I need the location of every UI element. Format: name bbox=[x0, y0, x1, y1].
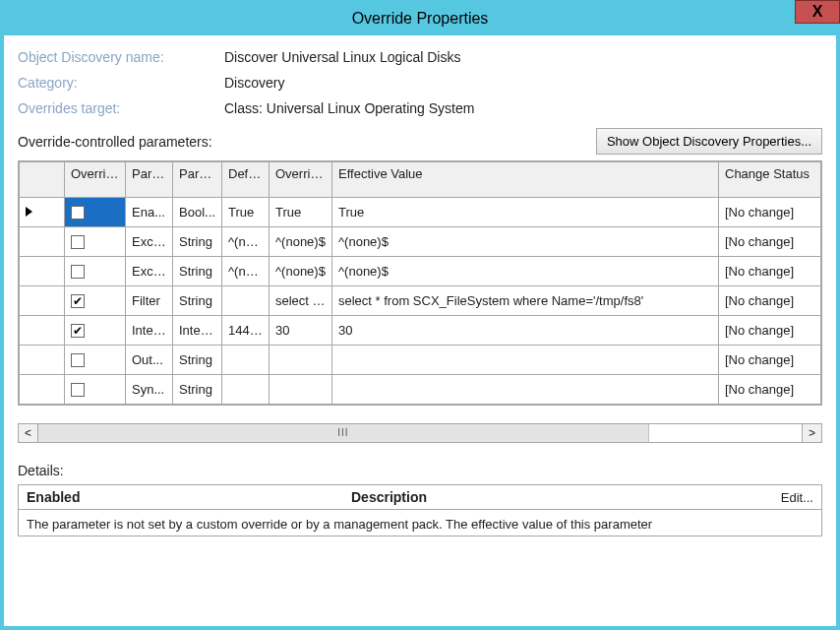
scroll-right-button[interactable]: > bbox=[802, 424, 821, 442]
col-default[interactable]: Default... bbox=[222, 162, 270, 198]
cell-default-value[interactable]: 14400 bbox=[222, 316, 270, 346]
cell-default-value[interactable]: ^(no... bbox=[222, 227, 270, 257]
col-param-type[interactable]: Parame... bbox=[173, 162, 222, 198]
label-category: Category: bbox=[18, 75, 224, 91]
row-indicator-cell bbox=[20, 375, 65, 405]
cell-change-status[interactable]: [No change] bbox=[719, 286, 821, 316]
override-checkbox[interactable] bbox=[71, 324, 85, 338]
cell-change-status[interactable]: [No change] bbox=[719, 198, 821, 227]
table-header-row: Override Parame... Parame... Default... … bbox=[20, 162, 821, 198]
cell-param-name[interactable]: Syn... bbox=[126, 375, 173, 405]
cell-override-value[interactable]: 30 bbox=[270, 316, 332, 346]
cell-override-value[interactable] bbox=[270, 346, 332, 375]
cell-param-name[interactable]: Excl... bbox=[126, 257, 173, 286]
cell-change-status[interactable]: [No change] bbox=[719, 346, 821, 375]
details-enabled-header: Enabled bbox=[27, 489, 351, 505]
override-checkbox-cell[interactable] bbox=[65, 227, 126, 257]
titlebar: Override Properties X bbox=[4, 4, 836, 35]
cell-override-value[interactable]: select *f... bbox=[270, 286, 332, 316]
label-overrides-target: Overrides target: bbox=[18, 100, 224, 116]
cell-param-type[interactable]: String bbox=[173, 227, 222, 257]
header-row-category: Category: Discovery bbox=[18, 75, 822, 91]
table-row[interactable]: Excl...String^(no...^(none)$^(none)$[No … bbox=[20, 227, 821, 257]
value-discovery-name: Discover Universal Linux Logical Disks bbox=[224, 49, 460, 65]
override-checkbox[interactable] bbox=[71, 353, 85, 367]
cell-default-value[interactable]: True bbox=[222, 198, 270, 227]
cell-default-value[interactable] bbox=[222, 286, 270, 316]
override-checkbox[interactable] bbox=[71, 235, 85, 249]
col-override[interactable]: Override bbox=[65, 162, 126, 198]
table-row[interactable]: Inter...Integer144003030[No change] bbox=[20, 316, 821, 346]
details-box: Enabled Description Edit... The paramete… bbox=[18, 484, 822, 536]
cell-effective-value[interactable]: ^(none)$ bbox=[332, 227, 719, 257]
cell-default-value[interactable]: ^(no... bbox=[222, 257, 270, 286]
override-checkbox-cell[interactable] bbox=[65, 316, 126, 346]
cell-effective-value[interactable]: 30 bbox=[332, 316, 719, 346]
value-overrides-target: Class: Universal Linux Operating System bbox=[224, 100, 474, 116]
cell-effective-value[interactable]: True bbox=[332, 198, 719, 227]
cell-change-status[interactable]: [No change] bbox=[719, 375, 821, 405]
col-change[interactable]: Change Status bbox=[719, 162, 821, 198]
cell-override-value[interactable]: ^(none)$ bbox=[270, 227, 332, 257]
row-indicator-cell bbox=[20, 286, 65, 316]
table-row[interactable]: Out...String[No change] bbox=[20, 346, 821, 375]
override-checkbox-cell[interactable] bbox=[65, 375, 126, 405]
cell-effective-value[interactable]: select * from SCX_FileSystem where Name=… bbox=[332, 286, 719, 316]
cell-param-name[interactable]: Filter bbox=[126, 286, 173, 316]
cell-default-value[interactable] bbox=[222, 346, 270, 375]
parameters-table[interactable]: Override Parame... Parame... Default... … bbox=[19, 161, 821, 405]
cell-param-type[interactable]: Bool... bbox=[173, 198, 222, 227]
scroll-left-button[interactable]: < bbox=[19, 424, 38, 442]
col-rowheader[interactable] bbox=[20, 162, 65, 198]
cell-effective-value[interactable] bbox=[332, 346, 719, 375]
cell-change-status[interactable]: [No change] bbox=[719, 257, 821, 286]
override-checkbox-cell[interactable] bbox=[65, 257, 126, 286]
cell-param-type[interactable]: String bbox=[173, 257, 222, 286]
override-checkbox[interactable] bbox=[71, 265, 85, 279]
table-row[interactable]: Ena...Bool...TrueTrueTrue[No change] bbox=[20, 198, 821, 227]
cell-param-name[interactable]: Out... bbox=[126, 346, 173, 375]
cell-effective-value[interactable]: ^(none)$ bbox=[332, 257, 719, 286]
label-discovery-name: Object Discovery name: bbox=[18, 49, 224, 65]
cell-param-name[interactable]: Excl... bbox=[126, 227, 173, 257]
params-label: Override-controlled parameters: bbox=[18, 134, 212, 150]
details-edit-link[interactable]: Edit... bbox=[781, 490, 813, 505]
override-checkbox[interactable] bbox=[71, 294, 85, 308]
cell-effective-value[interactable] bbox=[332, 375, 719, 405]
override-checkbox[interactable] bbox=[71, 206, 85, 220]
cell-param-type[interactable]: String bbox=[173, 346, 222, 375]
show-properties-button[interactable]: Show Object Discovery Properties... bbox=[596, 128, 822, 155]
cell-param-name[interactable]: Inter... bbox=[126, 316, 173, 346]
override-checkbox-cell[interactable] bbox=[65, 198, 126, 227]
cell-param-type[interactable]: Integer bbox=[173, 316, 222, 346]
params-heading-row: Override-controlled parameters: Show Obj… bbox=[18, 128, 822, 155]
window-title: Override Properties bbox=[352, 10, 489, 27]
cell-override-value[interactable]: True bbox=[270, 198, 332, 227]
table-row[interactable]: FilterStringselect *f...select * from SC… bbox=[20, 286, 821, 316]
cell-override-value[interactable] bbox=[270, 375, 332, 405]
cell-override-value[interactable]: ^(none)$ bbox=[270, 257, 332, 286]
override-checkbox-cell[interactable] bbox=[65, 346, 126, 375]
override-checkbox-cell[interactable] bbox=[65, 286, 126, 316]
col-effective[interactable]: Effective Value bbox=[332, 162, 719, 198]
table-row[interactable]: Excl...String^(no...^(none)$^(none)$[No … bbox=[20, 257, 821, 286]
scroll-track[interactable]: III bbox=[38, 424, 802, 442]
table-row[interactable]: Syn...String[No change] bbox=[20, 375, 821, 405]
row-indicator-cell bbox=[20, 257, 65, 286]
cell-param-name[interactable]: Ena... bbox=[126, 198, 173, 227]
cell-change-status[interactable]: [No change] bbox=[719, 227, 821, 257]
cell-param-type[interactable]: String bbox=[173, 286, 222, 316]
cell-default-value[interactable] bbox=[222, 375, 270, 405]
close-button[interactable]: X bbox=[795, 0, 840, 24]
value-category: Discovery bbox=[224, 75, 284, 91]
col-override-value[interactable]: Override... bbox=[270, 162, 332, 198]
details-header: Enabled Description Edit... bbox=[19, 485, 821, 510]
cell-change-status[interactable]: [No change] bbox=[719, 316, 821, 346]
override-checkbox[interactable] bbox=[71, 383, 85, 397]
horizontal-scrollbar[interactable]: < III > bbox=[18, 423, 822, 443]
scroll-thumb[interactable]: III bbox=[38, 424, 649, 442]
cell-param-type[interactable]: String bbox=[173, 375, 222, 405]
row-indicator-cell bbox=[20, 346, 65, 375]
dialog-window: Override Properties X Object Discovery n… bbox=[0, 0, 840, 630]
col-param-name[interactable]: Parame... bbox=[126, 162, 173, 198]
